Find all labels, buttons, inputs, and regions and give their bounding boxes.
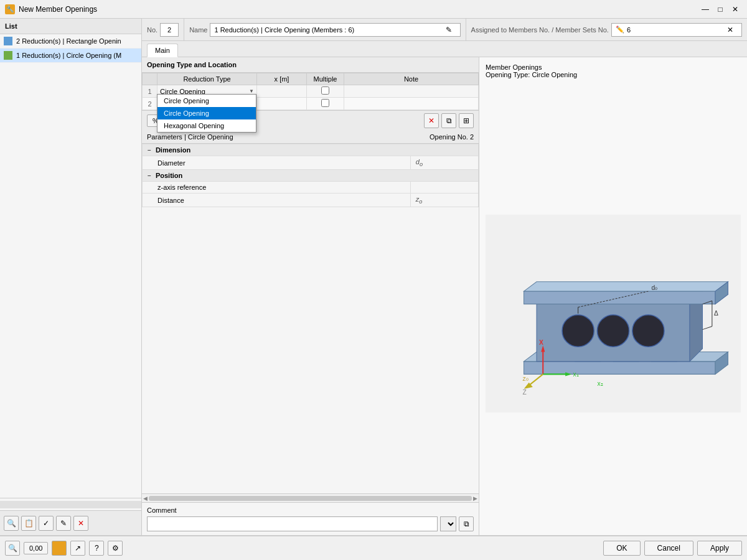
- color-button[interactable]: [52, 541, 67, 556]
- scroll-right-arrow[interactable]: ▶: [473, 495, 477, 502]
- row-2-note[interactable]: [344, 98, 479, 110]
- tab-main[interactable]: Main: [147, 44, 178, 57]
- params-distance-row[interactable]: Distance zo: [143, 194, 479, 207]
- row-2-x[interactable]: [257, 98, 307, 110]
- params-z-axis-row[interactable]: z-axis reference: [143, 182, 479, 194]
- h-scroll-thumb[interactable]: [149, 496, 472, 501]
- apply-button[interactable]: Apply: [697, 541, 742, 556]
- row-2-checkbox[interactable]: [321, 99, 329, 107]
- list-scroll[interactable]: [0, 501, 141, 508]
- diameter-value: do: [410, 156, 478, 170]
- dimension-label: Dimension: [156, 146, 190, 154]
- window-title: New Member Openings: [19, 5, 97, 14]
- list-item-color-1: [4, 37, 12, 45]
- h-scrollbar[interactable]: ◀ ▶: [142, 493, 479, 502]
- assigned-clear-btn[interactable]: ✕: [723, 22, 738, 37]
- reduction-type-dropdown[interactable]: Circle Opening Circle Opening Hexagonal …: [157, 94, 256, 133]
- preview-subtitle-text: Opening Type: Circle Opening: [486, 71, 577, 78]
- list-item-color-2: [4, 51, 12, 60]
- preview-title-text: Member Openings: [486, 63, 542, 71]
- left-panel: List 2 Reduction(s) | Rectangle Openin 1…: [0, 19, 142, 535]
- col-reduction-header: Reduction Type: [157, 73, 257, 85]
- maximize-button[interactable]: □: [713, 2, 727, 16]
- ok-button[interactable]: OK: [603, 541, 640, 556]
- svg-text:d₀: d₀: [652, 284, 658, 291]
- list-item-2[interactable]: 1 Reduction(s) | Circle Opening (M: [0, 49, 141, 63]
- right-panel: No. 2 Name 1 Reduction(s) | Circle Openi…: [142, 19, 747, 535]
- name-edit-btn[interactable]: ✎: [441, 22, 456, 37]
- comment-action-btn[interactable]: ⧉: [459, 516, 474, 531]
- svg-text:x₁: x₁: [573, 371, 578, 378]
- dropdown-item-circle-opening-selected[interactable]: Circle Opening: [157, 107, 256, 119]
- scroll-left-arrow[interactable]: ◀: [143, 495, 148, 502]
- copy-row-button[interactable]: ⧉: [441, 113, 456, 128]
- list-header: List: [0, 19, 141, 34]
- comment-section: Comment ⧉: [142, 502, 479, 535]
- help-button[interactable]: 🔍: [5, 541, 20, 556]
- row-1-checkbox[interactable]: [321, 86, 329, 95]
- row-1-multiple[interactable]: [307, 85, 344, 98]
- no-label: No.: [147, 26, 157, 34]
- dropdown-item-hexagonal-opening[interactable]: Hexagonal Opening: [157, 119, 256, 132]
- dimension-collapse-btn[interactable]: −: [148, 147, 151, 154]
- value-button[interactable]: 0,00: [24, 542, 48, 554]
- distance-value: zo: [410, 194, 478, 207]
- main-container: List 2 Reduction(s) | Rectangle Openin 1…: [0, 19, 747, 560]
- row-1-note[interactable]: [344, 85, 479, 98]
- extra-button[interactable]: ⚙: [108, 541, 123, 556]
- params-title: Parameters | Circle Opening: [147, 133, 233, 141]
- position-label: Position: [156, 172, 182, 179]
- table-container: Reduction Type x [m] Multiple Note 1: [142, 73, 479, 110]
- minimize-button[interactable]: —: [698, 2, 712, 16]
- col-multiple-header: Multiple: [307, 73, 344, 85]
- svg-text:Δ: Δ: [714, 310, 718, 317]
- delete-row-button[interactable]: ✕: [424, 113, 439, 128]
- paste-row-button[interactable]: ⊞: [459, 113, 474, 128]
- list-add-btn[interactable]: 🔍: [4, 516, 19, 531]
- params-table: − Dimension Diameter do −: [142, 144, 479, 207]
- svg-point-13: [562, 315, 594, 347]
- comment-dropdown[interactable]: [440, 516, 456, 531]
- list-item-1[interactable]: 2 Reduction(s) | Rectangle Openin: [0, 34, 141, 49]
- svg-point-14: [597, 315, 629, 347]
- settings-button[interactable]: ?: [89, 541, 104, 556]
- col-num-header: [143, 73, 157, 85]
- list-bottom-toolbar: 🔍 📋 ✓ ✎ ✕: [0, 510, 141, 535]
- params-position-group: − Position: [143, 170, 479, 182]
- dropdown-arrow-1[interactable]: ▼: [249, 88, 254, 94]
- list-delete-btn[interactable]: ✕: [73, 516, 88, 531]
- svg-text:Z: Z: [522, 389, 526, 396]
- move-button[interactable]: ↗: [70, 541, 85, 556]
- assigned-field-group: Assigned to Members No. / Member Sets No…: [466, 19, 747, 40]
- diameter-label: Diameter: [143, 156, 411, 170]
- list-nav: [0, 498, 141, 510]
- opening-type-title: Opening Type and Location: [142, 57, 479, 73]
- svg-point-15: [632, 315, 664, 347]
- action-left: 🔍 0,00 ↗ ? ⚙: [5, 541, 123, 556]
- no-value: 2: [160, 23, 179, 37]
- action-right: OK Cancel Apply: [603, 541, 742, 556]
- close-button[interactable]: ✕: [728, 2, 742, 16]
- top-row: No. 2 Name 1 Reduction(s) | Circle Openi…: [142, 19, 747, 41]
- tab-bar: Main: [142, 41, 747, 57]
- name-text: 1 Reduction(s) | Circle Opening (Members…: [214, 26, 354, 34]
- row-2-multiple[interactable]: [307, 98, 344, 110]
- cancel-button[interactable]: Cancel: [644, 541, 693, 556]
- params-diameter-row[interactable]: Diameter do: [143, 156, 479, 170]
- list-edit-btn[interactable]: ✎: [56, 516, 71, 531]
- comment-input[interactable]: [147, 516, 438, 531]
- col-x-header: x [m]: [257, 73, 307, 85]
- params-header: Parameters | Circle Opening Opening No. …: [142, 131, 479, 144]
- svg-marker-1: [524, 362, 716, 375]
- list-ok-btn[interactable]: ✓: [39, 516, 54, 531]
- position-collapse-btn[interactable]: −: [148, 172, 151, 179]
- left-content: Opening Type and Location Reduction Type…: [142, 57, 479, 535]
- params-dimension-group: − Dimension: [143, 144, 479, 156]
- list-copy-btn[interactable]: 📋: [21, 516, 36, 531]
- row-1-num: 1: [143, 85, 157, 98]
- dropdown-item-circle-opening-1[interactable]: Circle Opening: [157, 95, 256, 107]
- z-axis-value: [410, 182, 478, 194]
- row-1-x[interactable]: [257, 85, 307, 98]
- assigned-value: ✏️ 6 ✕: [611, 23, 742, 37]
- window-controls: — □ ✕: [698, 2, 742, 16]
